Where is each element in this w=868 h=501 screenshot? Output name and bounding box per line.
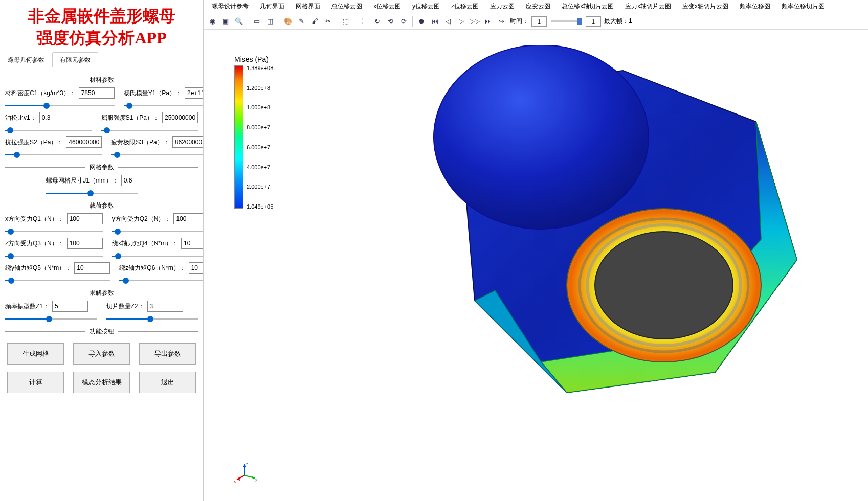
- input-q3[interactable]: [67, 238, 103, 249]
- loop-icon[interactable]: ↪: [496, 16, 507, 27]
- slider-q6[interactable]: [119, 277, 203, 285]
- menu-item-6[interactable]: z位移云图: [446, 1, 484, 12]
- prev-icon[interactable]: ◁: [442, 16, 454, 27]
- svg-marker-6: [252, 476, 255, 480]
- slider-q1[interactable]: [5, 227, 103, 236]
- slider-q3[interactable]: [5, 252, 103, 260]
- viewport[interactable]: Mises (Pa) 1.389e+081.200e+81.000e+88.00…: [204, 30, 868, 501]
- input-c1[interactable]: [79, 87, 115, 99]
- menu-item-3[interactable]: 总位移云图: [326, 1, 367, 12]
- camera-icon[interactable]: ◉: [207, 16, 218, 27]
- record-icon[interactable]: ⏺: [416, 16, 427, 27]
- last-icon[interactable]: ⏭: [482, 16, 494, 27]
- input-s3[interactable]: [172, 136, 203, 148]
- slider-q5[interactable]: [5, 277, 110, 285]
- slider-v1[interactable]: [5, 126, 92, 134]
- app-title: 非金属嵌件盖形螺母 强度仿真分析APP: [0, 0, 203, 52]
- slider-c1[interactable]: [5, 102, 115, 110]
- color-legend: Mises (Pa) 1.389e+081.200e+81.000e+88.00…: [234, 55, 273, 210]
- input-s2[interactable]: [66, 136, 102, 148]
- frame-input[interactable]: [586, 16, 601, 27]
- input-j1[interactable]: [121, 175, 157, 186]
- input-s1[interactable]: [162, 112, 198, 123]
- first-icon[interactable]: ⏮: [429, 16, 440, 27]
- label-z2: 切片数量Z2：: [106, 302, 144, 311]
- menubar: 螺母设计参考几何界面网格界面总位移云图x位移云图y位移云图z位移云图应力云图应变…: [204, 0, 868, 13]
- refresh-icon[interactable]: ⟲: [385, 16, 396, 27]
- input-z2[interactable]: [147, 301, 183, 312]
- legend-tick: 4.000e+7: [247, 165, 273, 170]
- sample-icon[interactable]: ✎: [296, 16, 307, 27]
- legend-tick: 8.000e+7: [247, 125, 273, 130]
- slider-y1[interactable]: [124, 102, 203, 110]
- menu-item-9[interactable]: 总位移x轴切片云图: [557, 1, 619, 12]
- fit-icon[interactable]: ⛶: [353, 16, 365, 27]
- label-s2: 抗拉强度S2（Pa）：: [5, 138, 63, 147]
- menu-item-4[interactable]: x位移云图: [368, 1, 406, 12]
- input-q4[interactable]: [181, 238, 203, 249]
- max-frame-label: 最大帧：1: [603, 17, 633, 26]
- label-v1: 泊松比v1：: [5, 113, 36, 122]
- slider-j1[interactable]: [46, 189, 138, 197]
- input-q2[interactable]: [173, 213, 203, 224]
- coordinate-axes-icon: yxz: [232, 460, 257, 486]
- menu-item-12[interactable]: 频率位移图: [735, 1, 775, 12]
- play-icon[interactable]: ▷: [456, 16, 467, 27]
- rotate-icon[interactable]: ↻: [371, 16, 383, 27]
- tab-fem[interactable]: 有限元参数: [52, 52, 98, 67]
- legend-tick: 1.389e+08: [247, 65, 273, 71]
- time-slider[interactable]: [551, 20, 582, 22]
- select-icon[interactable]: ▭: [251, 16, 262, 27]
- menu-item-1[interactable]: 几何界面: [255, 1, 290, 12]
- input-v1[interactable]: [39, 112, 75, 123]
- label-c1: 材料密度C1（kg/m^3）：: [5, 89, 76, 98]
- toolbar: ◉ ▣ 🔍 ▭ ◫ 🎨 ✎ 🖌 ✂ ⬚ ⛶ ↻ ⟲ ⟳ ⏺ ⏮ ◁ ▷ ▷▷ ⏭…: [204, 13, 868, 30]
- slider-z2[interactable]: [106, 315, 198, 323]
- menu-item-13[interactable]: 频率位移切片图: [776, 1, 830, 12]
- label-q6: 绕z轴力矩Q6（N*m）：: [119, 264, 185, 272]
- menu-item-11[interactable]: 应变x轴切片云图: [677, 1, 733, 12]
- save-icon[interactable]: ▣: [220, 16, 231, 27]
- input-q1[interactable]: [67, 213, 103, 224]
- input-q6[interactable]: [189, 262, 203, 274]
- exit-button[interactable]: 退出: [139, 372, 196, 393]
- slider-s2[interactable]: [5, 151, 102, 159]
- next-icon[interactable]: ▷▷: [469, 16, 480, 27]
- menu-item-0[interactable]: 螺母设计参考: [207, 1, 254, 12]
- input-q5[interactable]: [74, 262, 110, 274]
- select2-icon[interactable]: ◫: [264, 16, 276, 27]
- label-z1: 频率振型数Z1：: [5, 302, 49, 311]
- slider-q2[interactable]: [112, 227, 203, 236]
- input-z1[interactable]: [52, 301, 88, 312]
- menu-item-2[interactable]: 网格界面: [291, 1, 325, 12]
- menu-item-5[interactable]: y位移云图: [407, 1, 445, 12]
- tab-geometry[interactable]: 螺母几何参数: [0, 52, 52, 67]
- group-load: 载荷参数: [5, 201, 198, 210]
- slider-q4[interactable]: [112, 252, 203, 260]
- reset-icon[interactable]: ⟳: [398, 16, 409, 27]
- menu-item-7[interactable]: 应力云图: [485, 1, 520, 12]
- modal-results-button[interactable]: 模态分析结果: [73, 372, 130, 393]
- slider-s3[interactable]: [111, 151, 203, 159]
- gen-mesh-button[interactable]: 生成网格: [7, 343, 64, 365]
- menu-item-10[interactable]: 应力x轴切片云图: [620, 1, 676, 12]
- label-j1: 螺母网格尺寸J1（mm）：: [46, 176, 118, 185]
- label-q4: 绕x轴力矩Q4（N*m）：: [112, 239, 178, 248]
- label-q1: x方向受力Q1（N）：: [5, 215, 64, 223]
- label-s1: 屈服强度S1（Pa）：: [101, 113, 159, 122]
- palette-icon[interactable]: 🎨: [282, 16, 294, 27]
- import-params-button[interactable]: 导入参数: [73, 343, 130, 365]
- slider-z1[interactable]: [5, 315, 97, 323]
- time-input[interactable]: [531, 16, 547, 27]
- menu-item-8[interactable]: 应变云图: [521, 1, 555, 12]
- input-y1[interactable]: [185, 87, 203, 99]
- erase-icon[interactable]: ✂: [322, 16, 333, 27]
- export-params-button[interactable]: 导出参数: [139, 343, 196, 365]
- brush-icon[interactable]: 🖌: [309, 16, 320, 27]
- zoom-icon[interactable]: 🔍: [233, 16, 244, 27]
- time-label: 时间：: [509, 17, 529, 26]
- slider-s1[interactable]: [101, 126, 198, 134]
- compute-button[interactable]: 计算: [7, 372, 64, 393]
- legend-tick: 1.000e+8: [247, 105, 273, 110]
- box-select-icon[interactable]: ⬚: [340, 16, 351, 27]
